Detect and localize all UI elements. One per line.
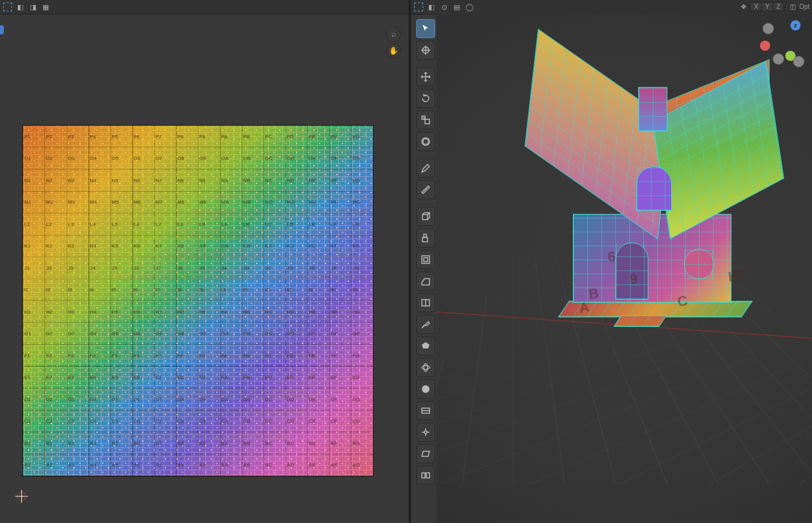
floor-grid (436, 258, 812, 484)
uv-cell-label: E2 (45, 367, 67, 389)
cursor-2d-icon (14, 489, 29, 504)
uv-cell-label: EC (264, 367, 286, 389)
uv-cell-label: OA (220, 148, 242, 170)
spin-tool[interactable] (416, 358, 435, 377)
uv-cell-label: MB (242, 192, 264, 214)
uv-cell-label: KC (264, 235, 286, 258)
axis-lock-toggle[interactable]: X Y Z (750, 2, 783, 11)
3d-viewport[interactable]: H5 6 9 B A C (436, 14, 812, 523)
uv-cell-label: ND (285, 169, 308, 192)
svg-point-12 (424, 364, 428, 371)
uv-cell-label: NF (329, 169, 351, 192)
uv-cell-label: G9 (198, 323, 220, 345)
nav-gizmo[interactable]: Z (760, 20, 801, 61)
uv-cell-label: KF (329, 235, 351, 258)
uv-cell-label: L6 (133, 213, 155, 235)
uv-cell-label: N4 (89, 169, 111, 192)
rotate-tool[interactable] (416, 89, 435, 108)
shrink-tool[interactable] (416, 423, 435, 442)
uv-cell-label: MD (285, 192, 308, 214)
scale-tool[interactable] (416, 110, 435, 129)
uv-cell-label: J6 (133, 257, 155, 279)
uv-cell-label: IB (242, 279, 264, 301)
axis-neg-ball[interactable] (773, 53, 784, 65)
uv-cell-label: P1 (23, 126, 45, 148)
overlays-icon[interactable]: ◫ (788, 1, 798, 11)
zoom-icon[interactable]: ⌕ (386, 27, 401, 42)
inset-tool[interactable] (416, 250, 435, 269)
move-tool[interactable] (416, 67, 435, 86)
side-tab[interactable] (0, 25, 4, 34)
polybuild-tool[interactable] (416, 336, 435, 355)
smooth-tool[interactable] (416, 380, 435, 399)
cursor-tool[interactable] (416, 41, 435, 60)
snap-icon[interactable]: ▤ (452, 2, 462, 12)
uv-cell-label: GG (351, 323, 374, 345)
uv-cell-label: P2 (45, 126, 67, 148)
add-cube-tool[interactable] (416, 207, 435, 226)
svg-rect-17 (426, 473, 429, 478)
proportional-icon[interactable]: ◯ (464, 2, 475, 12)
uv-cell-label: PG (351, 126, 374, 148)
loopcut-tool[interactable] (416, 293, 435, 312)
uv-cell-label: O1 (23, 148, 45, 170)
uv-cell-label: P6 (133, 126, 155, 148)
uv-cell-label: K7 (154, 235, 176, 258)
mode-icon[interactable]: ◧ (15, 2, 25, 12)
axis-x-ball[interactable] (760, 41, 770, 51)
uv-cell-label: F9 (198, 345, 220, 367)
uv-cell-label: C5 (110, 411, 133, 433)
axis-z-ball[interactable]: Z (790, 20, 801, 30)
uv-cell-label: AB (242, 454, 264, 477)
slide-tool[interactable] (416, 401, 435, 420)
mode-icon[interactable]: ◧ (426, 2, 436, 12)
axis-neg-ball[interactable] (763, 23, 774, 34)
uv-cell-label: FG (351, 345, 374, 367)
knife-tool[interactable] (416, 315, 435, 334)
axis-z-toggle[interactable]: Z (773, 3, 783, 11)
shear-tool[interactable] (416, 444, 435, 463)
annotate-tool[interactable] (416, 159, 435, 178)
uv-cell-label: PA (220, 126, 242, 148)
axis-neg-ball[interactable] (793, 56, 804, 67)
uv-cell-label: IF (329, 279, 351, 301)
select-box-icon[interactable] (3, 2, 13, 12)
pivot-icon[interactable]: ◨ (28, 2, 38, 12)
uv-cell-label: FA (220, 345, 242, 367)
uv-cell-label: BD (285, 432, 308, 454)
uv-cell-label: AD (285, 454, 308, 477)
uv-cell-label: A6 (133, 454, 155, 477)
select-tool[interactable] (416, 19, 435, 38)
axis-y-toggle[interactable]: Y (762, 3, 773, 11)
uv-cell-label: B2 (45, 432, 67, 454)
uv-cell-label: I7 (154, 279, 176, 301)
uv-canvas[interactable]: P1P2P3P4P5P6P7P8P9PAPBPCPDPEPFPGO1O2O3O4… (23, 126, 373, 476)
gizmo-toggle-icon[interactable]: ✥ (738, 1, 749, 11)
uv-cell-label: K6 (133, 235, 155, 258)
uv-cell-label: D3 (67, 388, 89, 411)
pivot-icon[interactable]: ⊙ (439, 2, 449, 12)
uv-cell-label: K2 (45, 235, 67, 258)
uv-cell-label: L8 (176, 213, 199, 235)
options-label[interactable]: Opt (799, 3, 809, 10)
rip-tool[interactable] (416, 466, 435, 485)
bevel-tool[interactable] (416, 272, 435, 291)
snap-icon[interactable]: ▦ (41, 2, 51, 12)
uv-cell-label: J2 (45, 257, 67, 279)
transform-tool[interactable] (416, 132, 435, 151)
uv-cell-label: BB (242, 432, 264, 454)
uv-cell-label: I2 (45, 279, 67, 301)
uv-cell-label: O9 (198, 148, 220, 170)
pan-icon[interactable]: ✋ (386, 43, 401, 58)
uv-cell-label: AF (329, 454, 351, 477)
uv-cell-label: A9 (198, 454, 220, 477)
svg-rect-16 (422, 473, 425, 478)
axis-x-toggle[interactable]: X (750, 3, 762, 11)
uv-cell-label: BC (264, 432, 286, 454)
uv-cell-label: H4 (89, 301, 111, 323)
uv-cell-label: D9 (198, 388, 220, 411)
extrude-tool[interactable] (416, 228, 435, 248)
measure-tool[interactable] (416, 180, 435, 199)
select-box-icon[interactable] (414, 2, 424, 12)
uv-cell-label: C9 (198, 411, 220, 433)
